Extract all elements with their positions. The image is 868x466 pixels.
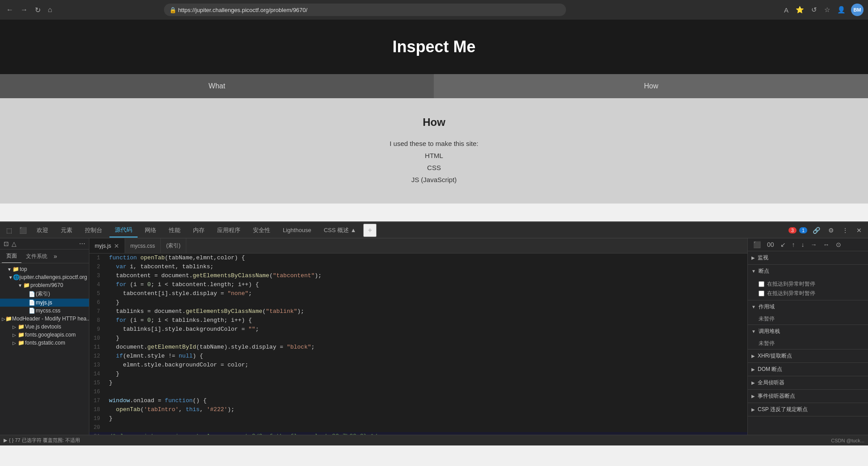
sidebar-icon-2[interactable]: △: [12, 240, 17, 247]
breakpoint-label-2: 在抵达到异常时暂停: [767, 290, 815, 297]
extension-icon[interactable]: ⭐: [794, 4, 806, 16]
tree-item-problem[interactable]: ▼ 📁 problem/9670: [0, 281, 89, 289]
breakpoint-checkbox-2[interactable]: [759, 291, 764, 296]
translate-icon[interactable]: A: [782, 4, 790, 16]
home-button[interactable]: ⌂: [46, 4, 54, 16]
csp-header[interactable]: ▶ CSP 违反了规定断点: [748, 403, 868, 416]
tree-item-index[interactable]: 📄 (索引): [0, 289, 89, 299]
avatar[interactable]: BM: [851, 4, 864, 16]
step-out-icon[interactable]: ↑: [790, 240, 797, 249]
back-button[interactable]: ←: [4, 4, 15, 16]
sidebar-icon-1[interactable]: ⊡: [4, 240, 9, 247]
site-main: How I used these to make this site: HTML…: [0, 98, 868, 204]
tab-memory[interactable]: 内存: [188, 224, 210, 237]
watch-header[interactable]: ▶ 监视: [748, 251, 868, 264]
tree-item-mycss[interactable]: 📄 mycss.css: [0, 307, 89, 315]
address-bar[interactable]: 🔒 https://jupiter.challenges.picoctf.org…: [164, 4, 566, 16]
sidebar-more-button[interactable]: ⋯: [79, 240, 85, 247]
code-line-3: 3 tabcontent = document.getElementsByCla…: [89, 271, 747, 280]
event-listeners-arrow: ▶: [751, 394, 755, 399]
link-icon[interactable]: 🔗: [810, 225, 823, 236]
pause-icon[interactable]: ⬛: [751, 240, 763, 249]
tree-item-vuejs[interactable]: ▷ 📁 Vue.js devtools: [0, 323, 89, 331]
code-tab-index[interactable]: (索引): [161, 238, 186, 253]
error-badge: 3: [788, 227, 797, 233]
url-text: https://jupiter.challenges.picoctf.org/p…: [178, 7, 307, 13]
sidebar-tab-more[interactable]: »: [54, 250, 57, 263]
csp-arrow: ▶: [751, 407, 755, 412]
code-editor[interactable]: 1 function openTab(tabName,elmnt,color) …: [89, 254, 747, 435]
tab-elements[interactable]: 元素: [55, 224, 78, 237]
tree-item-modheader[interactable]: ▷ 📁 ModHeader - Modify HTTP hea...: [0, 315, 89, 323]
tree-item-top[interactable]: ▼ 📁 top: [0, 265, 89, 273]
tab-welcome[interactable]: 欢迎: [31, 224, 54, 237]
tree-folder-modheader-icon: 📁: [5, 316, 12, 322]
tab-console[interactable]: 控制台: [80, 224, 108, 237]
dom-breakpoints-header[interactable]: ▶ DOM 断点: [748, 363, 868, 376]
tab-network[interactable]: 网络: [139, 224, 162, 237]
tree-file-index-icon: 📄: [29, 291, 36, 297]
tree-folder-vuejs-icon: 📁: [18, 324, 25, 330]
device-mode-icon[interactable]: ⬛: [17, 225, 29, 236]
scope-header[interactable]: ▼ 作用域: [748, 300, 868, 313]
nav-what[interactable]: What: [0, 74, 434, 98]
tree-item-domain[interactable]: ▼ 🌐 jupiter.challenges.picoctf.org: [0, 273, 89, 281]
tab-performance[interactable]: 性能: [164, 224, 186, 237]
tree-item-fonts-gstatic[interactable]: ▷ 📁 fonts.gstatic.com: [0, 339, 89, 347]
breakpoints-header[interactable]: ▼ 断点: [748, 265, 868, 278]
callstack-not-paused: 未暂停: [759, 340, 775, 346]
callstack-header[interactable]: ▼ 调用堆栈: [748, 325, 868, 338]
content-js: JS (JavaScript): [9, 174, 859, 186]
breakpoints-label: 断点: [759, 267, 769, 275]
settings-icon[interactable]: ⚙: [826, 225, 837, 236]
add-tab-button[interactable]: +: [363, 224, 376, 237]
disable-icon[interactable]: ⊙: [834, 240, 843, 249]
nav-how[interactable]: How: [434, 74, 868, 98]
tab-css-overview[interactable]: CSS 概述 ▲: [319, 224, 362, 237]
breakpoint-row-2: 在抵达到异常时暂停: [759, 289, 857, 298]
debugger-right-panel: ⬛ 00 ↙ ↑ ↓ → ↔ ⊙ ▶ 监视 ▼ 断点: [747, 238, 868, 435]
sidebar-tab-page[interactable]: 页面: [2, 250, 21, 263]
tree-file-mycss-icon: 📄: [29, 308, 36, 314]
step-icon[interactable]: ↓: [800, 240, 806, 249]
sidebar-tab-filesystem[interactable]: 文件系统: [21, 250, 52, 263]
forward-button[interactable]: →: [19, 4, 29, 16]
tree-arrow-gstatic: ▷: [13, 341, 18, 345]
callstack-arrow: ▼: [751, 329, 756, 334]
close-tab-myjs[interactable]: ✕: [114, 242, 119, 250]
tab-sources[interactable]: 源代码: [109, 223, 138, 237]
close-devtools-icon[interactable]: ✕: [854, 225, 864, 236]
bottom-bar-text: { } 77 已选字符 覆盖范围: 不适用: [9, 437, 80, 444]
code-line-18: 18 openTab('tabIntro', this, '#222');: [89, 405, 747, 414]
tab-security[interactable]: 安全性: [247, 224, 276, 237]
csp-section: ▶ CSP 违反了规定断点: [748, 403, 868, 416]
sources-sidebar: ⊡ △ ⋯ 页面 文件系统 » ▼ 📁 top ▼ 🌐: [0, 238, 89, 435]
more-options-icon[interactable]: ⋮: [839, 225, 851, 236]
step-into-icon[interactable]: ↙: [779, 240, 788, 249]
breakpoint-checkbox-1[interactable]: [759, 281, 764, 287]
tab-application[interactable]: 应用程序: [212, 224, 246, 237]
code-line-10: 10 }: [89, 334, 747, 343]
tree-label-mycss: mycss.css: [36, 308, 60, 314]
deactivate-breakpoints-icon[interactable]: ↔: [822, 240, 831, 249]
tree-arrow-domain: ▼: [8, 275, 13, 280]
refresh-icon[interactable]: ↺: [809, 4, 819, 16]
expand-button[interactable]: ▶: [4, 437, 7, 443]
xhr-header[interactable]: ▶ XHR/提取断点: [748, 350, 868, 362]
tree-item-fonts-googleapis[interactable]: ▷ 📁 fonts.googleapis.com: [0, 331, 89, 339]
code-tab-mycss[interactable]: mycss.css: [125, 238, 161, 253]
global-listeners-header[interactable]: ▶ 全局侦听器: [748, 376, 868, 389]
profile-icon[interactable]: 👤: [835, 4, 847, 16]
lock-icon: 🔒: [169, 7, 176, 13]
scope-content: 未暂停: [748, 313, 868, 325]
code-tab-myjs[interactable]: myjs.js ✕: [89, 238, 125, 253]
event-listeners-header[interactable]: ▶ 事件侦听器断点: [748, 390, 868, 403]
refresh-button[interactable]: ↻: [33, 4, 42, 16]
step-forward-icon[interactable]: →: [809, 240, 819, 249]
favorites-icon[interactable]: ☆: [822, 4, 832, 16]
tree-item-myjs[interactable]: 📄 myjs.js: [0, 299, 89, 307]
inspect-element-icon[interactable]: ⬚: [4, 225, 15, 236]
step-over-icon[interactable]: 00: [765, 240, 776, 249]
tab-lighthouse[interactable]: Lighthouse: [277, 224, 317, 236]
tree-label-vuejs: Vue.js devtools: [25, 324, 61, 330]
